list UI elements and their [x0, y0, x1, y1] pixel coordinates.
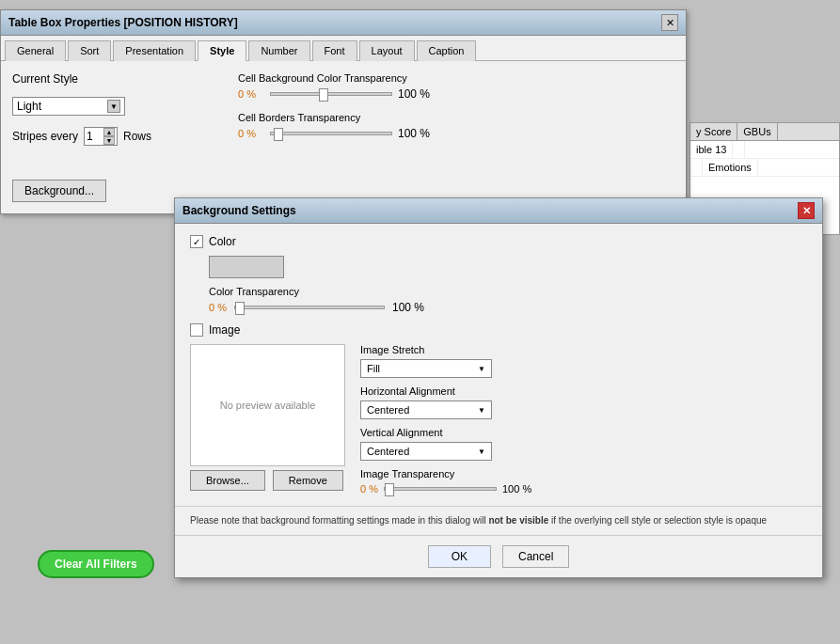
v-align-value: Centered: [367, 446, 409, 457]
image-left: No preview available Browse... Remove: [190, 344, 345, 495]
h-align-value: Centered: [367, 404, 409, 416]
table-cell: ible 13: [690, 141, 733, 158]
cell-borders-slider-track[interactable]: [270, 132, 392, 135]
h-align-arrow: ▼: [478, 406, 485, 415]
cell-bg-color-label: Cell Background Color Transparency: [238, 72, 674, 84]
bg-dialog-close-button[interactable]: ✕: [798, 202, 815, 219]
color-checkbox-label: Color: [209, 235, 236, 248]
tab-general[interactable]: General: [5, 40, 66, 61]
table-row: Emotions: [690, 159, 839, 177]
cell-bg-slider-track[interactable]: [270, 92, 392, 96]
window-close-button[interactable]: ✕: [661, 14, 678, 31]
image-trans-label: Image Transparency: [360, 468, 807, 479]
bg-dialog-content: ✓ Color Color Transparency 0 % 100 % Ima…: [175, 224, 822, 506]
image-checkbox-label: Image: [209, 323, 240, 337]
no-preview-text: No preview available: [220, 400, 316, 411]
v-align-group: Vertical Alignment Centered ▼: [360, 427, 807, 461]
remove-button[interactable]: Remove: [273, 470, 343, 491]
color-trans-slider-track[interactable]: [234, 306, 385, 309]
table-row: ible 13: [690, 141, 839, 159]
tab-number[interactable]: Number: [248, 40, 309, 61]
image-stretch-group: Image Stretch Fill ▼: [360, 344, 807, 378]
image-buttons: Browse... Remove: [190, 470, 345, 491]
cell-bg-max: 100 %: [398, 87, 430, 101]
image-trans-slider-thumb[interactable]: [385, 483, 394, 496]
tab-style[interactable]: Style: [198, 40, 246, 61]
table-col2-header: GBUs: [737, 123, 777, 140]
table-header: y Score GBUs: [690, 123, 839, 141]
image-stretch-arrow: ▼: [478, 365, 485, 373]
window-title: Table Box Properties [POSITION HISTORY]: [8, 16, 238, 29]
tab-font[interactable]: Font: [312, 40, 357, 61]
tab-bar: General Sort Presentation Style Number F…: [1, 36, 686, 61]
background-button[interactable]: Background...: [12, 180, 106, 202]
image-stretch-select[interactable]: Fill ▼: [360, 359, 492, 378]
style-dropdown[interactable]: Light ▼: [12, 97, 125, 116]
image-checkbox-row: Image: [190, 323, 807, 337]
v-align-label: Vertical Alignment: [360, 427, 807, 438]
color-trans-min: 0 %: [209, 302, 227, 313]
color-checkbox-row: ✓ Color: [190, 235, 807, 248]
cell-borders-min: 0 %: [238, 128, 264, 139]
bg-dialog-titlebar: Background Settings ✕: [175, 198, 822, 224]
cell-bg-slider-row: 0 % 100 %: [238, 87, 674, 101]
image-trans-row: 0 % 100 %: [360, 483, 807, 495]
dialog-buttons: OK Cancel: [175, 535, 822, 577]
color-transparency-row: 0 % 100 %: [209, 301, 807, 314]
image-trans-max: 100 %: [502, 483, 531, 495]
image-stretch-label: Image Stretch: [360, 344, 807, 355]
notice-bold: not be visible: [488, 515, 548, 526]
cell-borders-max: 100 %: [398, 127, 430, 140]
style-dropdown-row: Light ▼: [12, 97, 219, 116]
cell-borders-slider-row: 0 % 100 %: [238, 127, 674, 140]
cell-bg-slider-thumb[interactable]: [319, 88, 328, 102]
table-cell: [733, 141, 745, 158]
color-trans-slider-thumb[interactable]: [235, 302, 245, 315]
cell-borders-group: Cell Borders Transparency 0 % 100 %: [238, 112, 674, 140]
v-align-select[interactable]: Centered ▼: [360, 442, 492, 461]
image-controls: Image Stretch Fill ▼ Horizontal Alignmen…: [360, 344, 807, 495]
tab-caption[interactable]: Caption: [417, 40, 477, 61]
cell-borders-slider-thumb[interactable]: [274, 128, 283, 141]
main-window: Table Box Properties [POSITION HISTORY] …: [0, 9, 687, 214]
window-titlebar: Table Box Properties [POSITION HISTORY] …: [1, 10, 686, 36]
table-col1-header: y Score: [690, 123, 737, 140]
current-style-row: Current Style: [12, 72, 219, 86]
cancel-button[interactable]: Cancel: [502, 545, 569, 568]
tab-layout[interactable]: Layout: [359, 40, 415, 61]
spin-up-button[interactable]: ▲: [103, 128, 115, 136]
h-align-label: Horizontal Alignment: [360, 385, 807, 397]
spin-buttons: ▲ ▼: [103, 128, 115, 145]
h-align-select[interactable]: Centered ▼: [360, 401, 492, 419]
color-checkbox[interactable]: ✓: [190, 235, 203, 248]
image-trans-group: Image Transparency 0 % 100 %: [360, 468, 807, 495]
image-checkbox[interactable]: [190, 323, 203, 337]
cell-borders-label: Cell Borders Transparency: [238, 112, 674, 123]
cell-bg-min: 0 %: [238, 88, 264, 100]
notice-text: Please note that background formatting s…: [175, 506, 822, 535]
stripes-row: Stripes every 1 ▲ ▼ Rows: [12, 127, 219, 146]
right-column: Cell Background Color Transparency 0 % 1…: [238, 72, 674, 202]
browse-button[interactable]: Browse...: [190, 470, 265, 491]
stripes-label: Stripes every: [12, 130, 78, 143]
bg-dialog-title: Background Settings: [182, 204, 296, 217]
style-tab-content: Current Style Light ▼ Stripes every 1: [1, 61, 686, 213]
style-dropdown-value: Light: [17, 100, 41, 113]
cell-bg-color-group: Cell Background Color Transparency 0 % 1…: [238, 72, 674, 101]
tab-presentation[interactable]: Presentation: [113, 40, 196, 61]
tab-sort[interactable]: Sort: [68, 40, 111, 61]
clear-all-filters-button[interactable]: Clear All Filters: [38, 550, 154, 578]
h-align-group: Horizontal Alignment Centered ▼: [360, 385, 807, 419]
stripes-value: 1: [87, 130, 93, 143]
color-swatch[interactable]: [209, 256, 284, 278]
v-align-arrow: ▼: [478, 448, 485, 456]
stripes-rows-label: Rows: [123, 130, 151, 143]
spin-down-button[interactable]: ▼: [103, 136, 115, 145]
background-settings-dialog: Background Settings ✕ ✓ Color Color Tran…: [174, 197, 823, 578]
left-column: Current Style Light ▼ Stripes every 1: [12, 72, 219, 202]
color-transparency-label: Color Transparency: [209, 286, 807, 297]
image-trans-min: 0 %: [360, 483, 378, 495]
image-trans-slider-track[interactable]: [384, 487, 497, 491]
ok-button[interactable]: OK: [428, 545, 491, 568]
table-cell: Emotions: [703, 159, 758, 176]
